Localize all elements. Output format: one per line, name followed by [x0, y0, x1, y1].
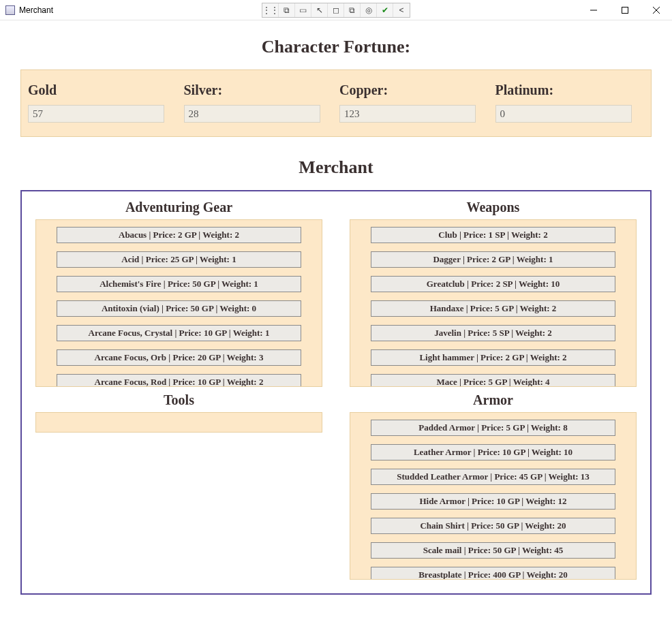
window-controls	[578, 0, 672, 20]
window-title: Merchant	[19, 5, 53, 15]
category-title-armor: Armor	[350, 392, 637, 408]
category-title-gear: Adventuring Gear	[35, 200, 322, 215]
item-button[interactable]: Scale mail | Price: 50 GP | Weight: 45	[371, 542, 615, 559]
item-button[interactable]: Antitoxin (vial) | Price: 50 GP | Weight…	[57, 300, 301, 317]
item-button[interactable]: Mace | Price: 5 GP | Weight: 4	[371, 374, 615, 387]
item-button[interactable]: Studded Leather Armor | Price: 45 GP | W…	[371, 469, 615, 485]
toolbar-check-icon[interactable]: ✔	[377, 3, 393, 17]
item-button[interactable]: Javelin | Price: 5 SP | Weight: 2	[371, 325, 615, 341]
merchant-heading: Merchant	[20, 157, 652, 178]
item-button[interactable]: Leather Armor | Price: 10 GP | Weight: 1…	[371, 444, 615, 460]
item-button[interactable]: Padded Armor | Price: 5 GP | Weight: 8	[371, 420, 615, 436]
platinum-input[interactable]	[495, 105, 632, 123]
fortune-panel: Gold Silver: Copper: Platinum:	[20, 69, 652, 137]
toolbar-focus-icon[interactable]: ◻	[328, 3, 344, 17]
item-button[interactable]: Arcane Focus, Rod | Price: 10 GP | Weigh…	[57, 374, 301, 387]
item-button[interactable]: Greatclub | Price: 2 SP | Weight: 10	[371, 276, 615, 292]
titlebar-left: Merchant	[5, 5, 53, 15]
gold-column: Gold	[28, 82, 177, 123]
debug-toolbar: ⋮⋮ ⧉ ▭ ↖ ◻ ⧉ ◎ ✔ <	[262, 3, 410, 18]
item-button[interactable]: Chain Shirt | Price: 50 GP | Weight: 20	[371, 518, 615, 534]
category-title-weapons: Weapons	[350, 200, 637, 215]
maximize-button[interactable]	[609, 0, 641, 20]
gold-label: Gold	[28, 82, 177, 98]
merchant-panel: Adventuring Gear Abacus | Price: 2 GP | …	[20, 190, 652, 595]
tools-list[interactable]	[35, 412, 322, 433]
item-button[interactable]: Handaxe | Price: 5 GP | Weight: 2	[371, 300, 615, 317]
copper-label: Copper:	[339, 82, 489, 98]
silver-label: Silver:	[184, 82, 333, 98]
fortune-heading: Character Fortune:	[20, 37, 652, 57]
main-content: Character Fortune: Gold Silver: Copper: …	[0, 20, 672, 608]
toolbar-grip-icon[interactable]: ⋮⋮	[262, 3, 279, 17]
category-title-tools: Tools	[35, 392, 322, 408]
category-weapons: Weapons Club | Price: 1 SP | Weight: 2Da…	[350, 197, 637, 387]
armor-list[interactable]: Padded Armor | Price: 5 GP | Weight: 8Le…	[350, 412, 637, 580]
item-button[interactable]: Dagger | Price: 2 GP | Weight: 1	[371, 251, 615, 268]
item-button[interactable]: Arcane Focus, Orb | Price: 20 GP | Weigh…	[57, 349, 301, 366]
toolbar-display-icon[interactable]: ▭	[295, 3, 311, 17]
gold-input[interactable]	[28, 105, 164, 123]
window-titlebar: Merchant ⋮⋮ ⧉ ▭ ↖ ◻ ⧉ ◎ ✔ <	[0, 0, 672, 20]
app-icon	[5, 5, 15, 15]
item-button[interactable]: Hide Armor | Price: 10 GP | Weight: 12	[371, 493, 615, 510]
toolbar-pointer-icon[interactable]: ↖	[311, 3, 328, 17]
toolbar-target-icon[interactable]: ◎	[361, 3, 377, 17]
svg-rect-1	[622, 7, 628, 13]
item-button[interactable]: Arcane Focus, Crystal | Price: 10 GP | W…	[57, 325, 301, 341]
weapons-list[interactable]: Club | Price: 1 SP | Weight: 2Dagger | P…	[350, 219, 637, 387]
gear-list[interactable]: Abacus | Price: 2 GP | Weight: 2Acid | P…	[35, 219, 322, 387]
close-button[interactable]	[641, 0, 672, 20]
category-adventuring-gear: Adventuring Gear Abacus | Price: 2 GP | …	[35, 197, 322, 387]
minimize-button[interactable]	[578, 0, 609, 20]
copper-input[interactable]	[339, 105, 476, 123]
toolbar-select-icon[interactable]: ⧉	[279, 3, 295, 17]
platinum-label: Platinum:	[495, 82, 645, 98]
platinum-column: Platinum:	[495, 82, 645, 123]
toolbar-layout-icon[interactable]: ⧉	[344, 3, 361, 17]
item-button[interactable]: Club | Price: 1 SP | Weight: 2	[371, 227, 615, 243]
category-tools: Tools	[35, 390, 322, 580]
category-armor: Armor Padded Armor | Price: 5 GP | Weigh…	[350, 390, 637, 580]
item-button[interactable]: Abacus | Price: 2 GP | Weight: 2	[57, 227, 301, 243]
item-button[interactable]: Alchemist's Fire | Price: 50 GP | Weight…	[57, 276, 301, 292]
item-button[interactable]: Breastplate | Price: 400 GP | Weight: 20	[371, 567, 615, 580]
silver-column: Silver:	[184, 82, 333, 123]
item-button[interactable]: Light hammer | Price: 2 GP | Weight: 2	[371, 349, 615, 366]
copper-column: Copper:	[339, 82, 489, 123]
item-button[interactable]: Acid | Price: 25 GP | Weight: 1	[57, 251, 301, 268]
silver-input[interactable]	[184, 105, 320, 123]
toolbar-collapse-icon[interactable]: <	[393, 3, 410, 17]
